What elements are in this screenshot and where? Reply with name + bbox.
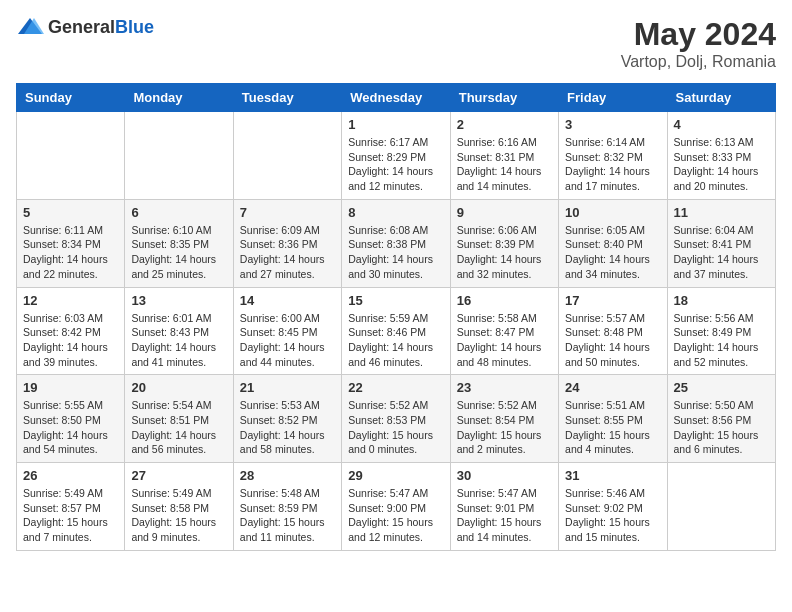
- calendar-cell: 5Sunrise: 6:11 AM Sunset: 8:34 PM Daylig…: [17, 199, 125, 287]
- day-number: 20: [131, 380, 226, 395]
- calendar-week-row: 1Sunrise: 6:17 AM Sunset: 8:29 PM Daylig…: [17, 112, 776, 200]
- calendar-cell: 18Sunrise: 5:56 AM Sunset: 8:49 PM Dayli…: [667, 287, 775, 375]
- calendar-cell: 29Sunrise: 5:47 AM Sunset: 9:00 PM Dayli…: [342, 463, 450, 551]
- day-info: Sunrise: 5:46 AM Sunset: 9:02 PM Dayligh…: [565, 486, 660, 545]
- weekday-header-wednesday: Wednesday: [342, 84, 450, 112]
- calendar-cell: 22Sunrise: 5:52 AM Sunset: 8:53 PM Dayli…: [342, 375, 450, 463]
- day-number: 17: [565, 293, 660, 308]
- weekday-header-monday: Monday: [125, 84, 233, 112]
- calendar-cell: 24Sunrise: 5:51 AM Sunset: 8:55 PM Dayli…: [559, 375, 667, 463]
- day-number: 16: [457, 293, 552, 308]
- day-info: Sunrise: 6:00 AM Sunset: 8:45 PM Dayligh…: [240, 311, 335, 370]
- day-info: Sunrise: 5:49 AM Sunset: 8:57 PM Dayligh…: [23, 486, 118, 545]
- calendar-cell: 4Sunrise: 6:13 AM Sunset: 8:33 PM Daylig…: [667, 112, 775, 200]
- day-info: Sunrise: 6:10 AM Sunset: 8:35 PM Dayligh…: [131, 223, 226, 282]
- calendar-cell: 15Sunrise: 5:59 AM Sunset: 8:46 PM Dayli…: [342, 287, 450, 375]
- weekday-header-sunday: Sunday: [17, 84, 125, 112]
- calendar-cell: 11Sunrise: 6:04 AM Sunset: 8:41 PM Dayli…: [667, 199, 775, 287]
- day-info: Sunrise: 5:47 AM Sunset: 9:00 PM Dayligh…: [348, 486, 443, 545]
- day-info: Sunrise: 6:08 AM Sunset: 8:38 PM Dayligh…: [348, 223, 443, 282]
- day-info: Sunrise: 5:47 AM Sunset: 9:01 PM Dayligh…: [457, 486, 552, 545]
- calendar-cell: 7Sunrise: 6:09 AM Sunset: 8:36 PM Daylig…: [233, 199, 341, 287]
- day-info: Sunrise: 6:14 AM Sunset: 8:32 PM Dayligh…: [565, 135, 660, 194]
- day-number: 8: [348, 205, 443, 220]
- day-info: Sunrise: 5:54 AM Sunset: 8:51 PM Dayligh…: [131, 398, 226, 457]
- day-number: 23: [457, 380, 552, 395]
- calendar-cell: 30Sunrise: 5:47 AM Sunset: 9:01 PM Dayli…: [450, 463, 558, 551]
- calendar-cell: 3Sunrise: 6:14 AM Sunset: 8:32 PM Daylig…: [559, 112, 667, 200]
- day-number: 12: [23, 293, 118, 308]
- calendar-cell: 9Sunrise: 6:06 AM Sunset: 8:39 PM Daylig…: [450, 199, 558, 287]
- calendar-cell: 8Sunrise: 6:08 AM Sunset: 8:38 PM Daylig…: [342, 199, 450, 287]
- weekday-header-thursday: Thursday: [450, 84, 558, 112]
- day-info: Sunrise: 5:58 AM Sunset: 8:47 PM Dayligh…: [457, 311, 552, 370]
- weekday-header-friday: Friday: [559, 84, 667, 112]
- calendar-cell: 21Sunrise: 5:53 AM Sunset: 8:52 PM Dayli…: [233, 375, 341, 463]
- day-info: Sunrise: 5:50 AM Sunset: 8:56 PM Dayligh…: [674, 398, 769, 457]
- day-info: Sunrise: 5:52 AM Sunset: 8:54 PM Dayligh…: [457, 398, 552, 457]
- day-info: Sunrise: 5:52 AM Sunset: 8:53 PM Dayligh…: [348, 398, 443, 457]
- logo-blue: Blue: [115, 17, 154, 37]
- calendar-title: May 2024: [621, 16, 776, 53]
- day-info: Sunrise: 6:16 AM Sunset: 8:31 PM Dayligh…: [457, 135, 552, 194]
- page-header: GeneralBlue May 2024 Vartop, Dolj, Roman…: [16, 16, 776, 71]
- calendar-cell: [17, 112, 125, 200]
- day-info: Sunrise: 5:51 AM Sunset: 8:55 PM Dayligh…: [565, 398, 660, 457]
- day-number: 24: [565, 380, 660, 395]
- weekday-header-saturday: Saturday: [667, 84, 775, 112]
- day-info: Sunrise: 5:57 AM Sunset: 8:48 PM Dayligh…: [565, 311, 660, 370]
- calendar-cell: 16Sunrise: 5:58 AM Sunset: 8:47 PM Dayli…: [450, 287, 558, 375]
- day-number: 4: [674, 117, 769, 132]
- day-number: 9: [457, 205, 552, 220]
- calendar-table: SundayMondayTuesdayWednesdayThursdayFrid…: [16, 83, 776, 551]
- calendar-week-row: 5Sunrise: 6:11 AM Sunset: 8:34 PM Daylig…: [17, 199, 776, 287]
- day-info: Sunrise: 5:56 AM Sunset: 8:49 PM Dayligh…: [674, 311, 769, 370]
- day-number: 14: [240, 293, 335, 308]
- day-number: 26: [23, 468, 118, 483]
- calendar-cell: 28Sunrise: 5:48 AM Sunset: 8:59 PM Dayli…: [233, 463, 341, 551]
- day-number: 5: [23, 205, 118, 220]
- calendar-cell: 31Sunrise: 5:46 AM Sunset: 9:02 PM Dayli…: [559, 463, 667, 551]
- calendar-cell: 14Sunrise: 6:00 AM Sunset: 8:45 PM Dayli…: [233, 287, 341, 375]
- calendar-cell: [233, 112, 341, 200]
- day-number: 21: [240, 380, 335, 395]
- day-number: 25: [674, 380, 769, 395]
- calendar-cell: 19Sunrise: 5:55 AM Sunset: 8:50 PM Dayli…: [17, 375, 125, 463]
- calendar-cell: [125, 112, 233, 200]
- calendar-cell: 20Sunrise: 5:54 AM Sunset: 8:51 PM Dayli…: [125, 375, 233, 463]
- day-info: Sunrise: 6:01 AM Sunset: 8:43 PM Dayligh…: [131, 311, 226, 370]
- calendar-cell: 23Sunrise: 5:52 AM Sunset: 8:54 PM Dayli…: [450, 375, 558, 463]
- day-number: 1: [348, 117, 443, 132]
- calendar-cell: 26Sunrise: 5:49 AM Sunset: 8:57 PM Dayli…: [17, 463, 125, 551]
- day-number: 22: [348, 380, 443, 395]
- day-number: 2: [457, 117, 552, 132]
- day-info: Sunrise: 6:09 AM Sunset: 8:36 PM Dayligh…: [240, 223, 335, 282]
- logo: GeneralBlue: [16, 16, 154, 38]
- title-block: May 2024 Vartop, Dolj, Romania: [621, 16, 776, 71]
- weekday-header-row: SundayMondayTuesdayWednesdayThursdayFrid…: [17, 84, 776, 112]
- weekday-header-tuesday: Tuesday: [233, 84, 341, 112]
- calendar-week-row: 12Sunrise: 6:03 AM Sunset: 8:42 PM Dayli…: [17, 287, 776, 375]
- calendar-week-row: 19Sunrise: 5:55 AM Sunset: 8:50 PM Dayli…: [17, 375, 776, 463]
- calendar-cell: 6Sunrise: 6:10 AM Sunset: 8:35 PM Daylig…: [125, 199, 233, 287]
- day-number: 19: [23, 380, 118, 395]
- calendar-location: Vartop, Dolj, Romania: [621, 53, 776, 71]
- day-number: 27: [131, 468, 226, 483]
- day-number: 18: [674, 293, 769, 308]
- logo-icon: [16, 16, 44, 38]
- day-number: 3: [565, 117, 660, 132]
- day-number: 7: [240, 205, 335, 220]
- day-info: Sunrise: 5:59 AM Sunset: 8:46 PM Dayligh…: [348, 311, 443, 370]
- day-number: 6: [131, 205, 226, 220]
- day-info: Sunrise: 5:49 AM Sunset: 8:58 PM Dayligh…: [131, 486, 226, 545]
- calendar-cell: 27Sunrise: 5:49 AM Sunset: 8:58 PM Dayli…: [125, 463, 233, 551]
- day-number: 10: [565, 205, 660, 220]
- calendar-cell: 1Sunrise: 6:17 AM Sunset: 8:29 PM Daylig…: [342, 112, 450, 200]
- day-number: 29: [348, 468, 443, 483]
- day-number: 30: [457, 468, 552, 483]
- calendar-week-row: 26Sunrise: 5:49 AM Sunset: 8:57 PM Dayli…: [17, 463, 776, 551]
- calendar-cell: [667, 463, 775, 551]
- day-number: 15: [348, 293, 443, 308]
- day-info: Sunrise: 6:03 AM Sunset: 8:42 PM Dayligh…: [23, 311, 118, 370]
- day-info: Sunrise: 6:13 AM Sunset: 8:33 PM Dayligh…: [674, 135, 769, 194]
